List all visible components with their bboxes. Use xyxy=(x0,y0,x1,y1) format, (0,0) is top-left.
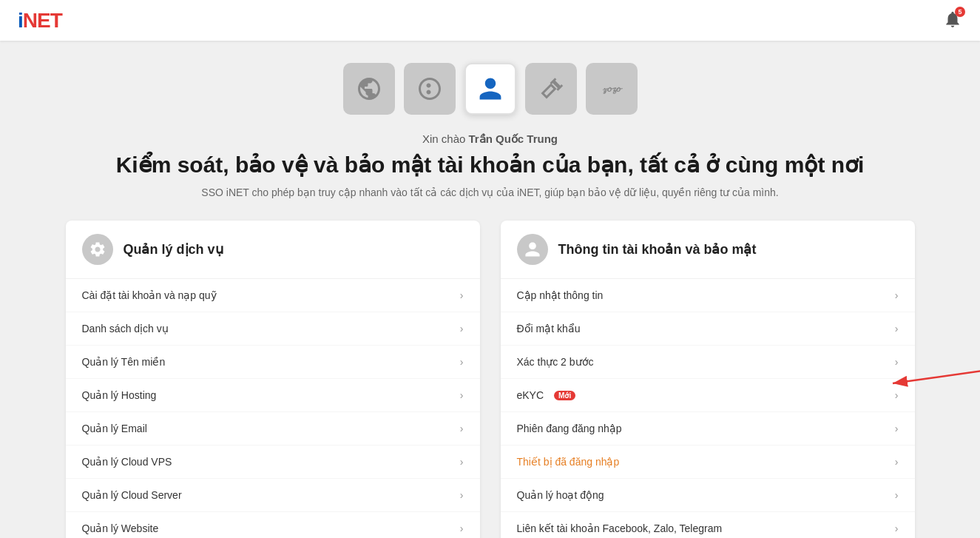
user-icon-container xyxy=(517,234,548,265)
menu-item-left: Xác thực 2 bước xyxy=(517,356,594,368)
menu-item-arrow: › xyxy=(460,356,464,368)
menu-item-text: Xác thực 2 bước xyxy=(517,356,594,368)
right-menu-item[interactable]: eKYC Mới › xyxy=(501,379,915,412)
menu-item-text: Đổi mật khẩu xyxy=(517,323,581,334)
gear-icon-container xyxy=(82,234,113,265)
left-menu-item[interactable]: Quản lý Cloud VPS › xyxy=(66,445,480,479)
menu-item-text: Quản lý Cloud Server xyxy=(82,489,182,501)
card-account-security: Thông tin tài khoản và bảo mật Cập nhật … xyxy=(501,221,915,538)
notification-badge: 5 xyxy=(955,7,965,17)
zozo-label: 𝓏𝓸𝔃𝓸 xyxy=(603,83,621,95)
menu-item-text: Quản lý Website xyxy=(82,522,159,534)
nav-icon-user[interactable] xyxy=(464,63,516,115)
menu-item-arrow: › xyxy=(895,522,899,534)
account-user-icon xyxy=(524,241,541,258)
menu-item-arrow: › xyxy=(460,389,464,401)
menu-item-text: Quản lý Cloud VPS xyxy=(82,456,172,468)
menu-item-left: Thiết bị đã đăng nhập xyxy=(517,456,620,468)
badge-new: Mới xyxy=(554,391,575,400)
welcome-title: Kiểm soát, bảo vệ và bảo mật tài khoản c… xyxy=(61,150,919,179)
menu-item-text: Danh sách dịch vụ xyxy=(82,323,169,334)
menu-item-text: Liên kết tài khoản Facebook, Zalo, Teleg… xyxy=(517,522,723,534)
menu-item-arrow: › xyxy=(895,489,899,501)
welcome-name: Trần Quốc Trung xyxy=(469,132,558,145)
left-menu-item[interactable]: Quản lý Cloud Server › xyxy=(66,479,480,512)
main-content: 𝓏𝓸𝔃𝓸 Xin chào Trần Quốc Trung Kiểm soát,… xyxy=(47,41,934,538)
card-left-header: Quản lý dịch vụ xyxy=(66,221,480,279)
left-menu-item[interactable]: Quản lý Email › xyxy=(66,412,480,445)
menu-item-arrow: › xyxy=(895,456,899,468)
menu-item-text: Quản lý Tên miền xyxy=(82,356,166,368)
right-menu-item[interactable]: Phiên đang đăng nhập › xyxy=(501,412,915,445)
menu-item-arrow: › xyxy=(460,456,464,468)
welcome-section: Xin chào Trần Quốc Trung Kiểm soát, bảo … xyxy=(61,132,919,198)
right-menu-item[interactable]: Cập nhật thông tin › xyxy=(501,279,915,312)
card-right-wrapper: Thông tin tài khoản và bảo mật Cập nhật … xyxy=(501,221,915,538)
globe-icon xyxy=(356,75,382,102)
logo-i: i xyxy=(18,9,23,32)
menu-item-text: Thiết bị đã đăng nhập xyxy=(517,456,620,468)
menu-item-text: Quản lý Email xyxy=(82,423,147,434)
menu-item-left: Liên kết tài khoản Facebook, Zalo, Teleg… xyxy=(517,522,723,534)
menu-item-left: Cập nhật thông tin xyxy=(517,289,604,301)
gear-icon xyxy=(89,241,107,258)
logo-net: NET xyxy=(23,9,62,32)
left-menu-item[interactable]: Danh sách dịch vụ › xyxy=(66,312,480,346)
right-menu-item[interactable]: Thiết bị đã đăng nhập › xyxy=(501,445,915,479)
hammer-icon xyxy=(538,75,564,102)
notification-bell[interactable]: 5 xyxy=(943,10,962,32)
left-menu-item[interactable]: Quản lý Hosting › xyxy=(66,379,480,412)
menu-item-arrow: › xyxy=(895,289,899,301)
card-right-title: Thông tin tài khoản và bảo mật xyxy=(558,241,757,258)
menu-item-text: eKYC xyxy=(517,389,544,401)
menu-item-text: Phiên đang đăng nhập xyxy=(517,423,622,434)
card-left-title: Quản lý dịch vụ xyxy=(124,241,223,258)
menu-item-arrow: › xyxy=(895,323,899,334)
menu-item-arrow: › xyxy=(460,489,464,501)
menu-item-arrow: › xyxy=(460,423,464,434)
menu-item-left: Đổi mật khẩu xyxy=(517,323,581,334)
card-right-menu: Cập nhật thông tin › Đổi mật khẩu › Xác … xyxy=(501,279,915,538)
menu-item-arrow: › xyxy=(460,323,464,334)
left-menu-item[interactable]: Quản lý Tên miền › xyxy=(66,346,480,379)
header-right: 5 xyxy=(943,10,962,32)
card-left-menu: Cài đặt tài khoản và nạp quỹ › Danh sách… xyxy=(66,279,480,538)
welcome-greeting: Xin chào Trần Quốc Trung xyxy=(61,132,919,146)
menu-item-arrow: › xyxy=(895,389,899,401)
menu-item-left: Phiên đang đăng nhập xyxy=(517,423,622,434)
menu-item-text: Quản lý Hosting xyxy=(82,389,157,401)
left-menu-item[interactable]: Quản lý Website › xyxy=(66,512,480,538)
menu-item-arrow: › xyxy=(460,522,464,534)
user-active-icon xyxy=(477,75,504,102)
card-service-management: Quản lý dịch vụ Cài đặt tài khoản và nạp… xyxy=(66,221,480,538)
welcome-subtitle: SSO iNET cho phép bạn truy cập nhanh vào… xyxy=(61,186,919,198)
right-menu-item[interactable]: Đổi mật khẩu › xyxy=(501,312,915,346)
menu-item-arrow: › xyxy=(460,289,464,301)
cards-row: Quản lý dịch vụ Cài đặt tài khoản và nạp… xyxy=(61,221,919,538)
right-menu-item[interactable]: Xác thực 2 bước › xyxy=(501,346,915,379)
menu-item-left: eKYC Mới xyxy=(517,389,576,401)
menu-item-left: Quản lý hoạt động xyxy=(517,489,604,501)
header: iNET 5 xyxy=(0,0,980,41)
nav-icon-globe[interactable] xyxy=(343,63,395,115)
logo[interactable]: iNET xyxy=(18,9,62,33)
nav-icon-hammer[interactable] xyxy=(525,63,577,115)
right-menu-item[interactable]: Liên kết tài khoản Facebook, Zalo, Teleg… xyxy=(501,512,915,538)
menu-item-text: Quản lý hoạt động xyxy=(517,489,604,501)
menu-item-arrow: › xyxy=(895,356,899,368)
menu-item-text: Cập nhật thông tin xyxy=(517,289,604,301)
nav-icon-yinyang[interactable] xyxy=(404,63,456,115)
card-right-header: Thông tin tài khoản và bảo mật xyxy=(501,221,915,279)
nav-icons-row: 𝓏𝓸𝔃𝓸 xyxy=(61,63,919,115)
left-menu-item[interactable]: Cài đặt tài khoản và nạp quỹ › xyxy=(66,279,480,312)
yinyang-icon xyxy=(416,75,443,102)
menu-item-arrow: › xyxy=(895,423,899,434)
menu-item-text: Cài đặt tài khoản và nạp quỹ xyxy=(82,289,217,301)
nav-icon-zozo[interactable]: 𝓏𝓸𝔃𝓸 xyxy=(586,63,638,115)
right-menu-item[interactable]: Quản lý hoạt động › xyxy=(501,479,915,512)
